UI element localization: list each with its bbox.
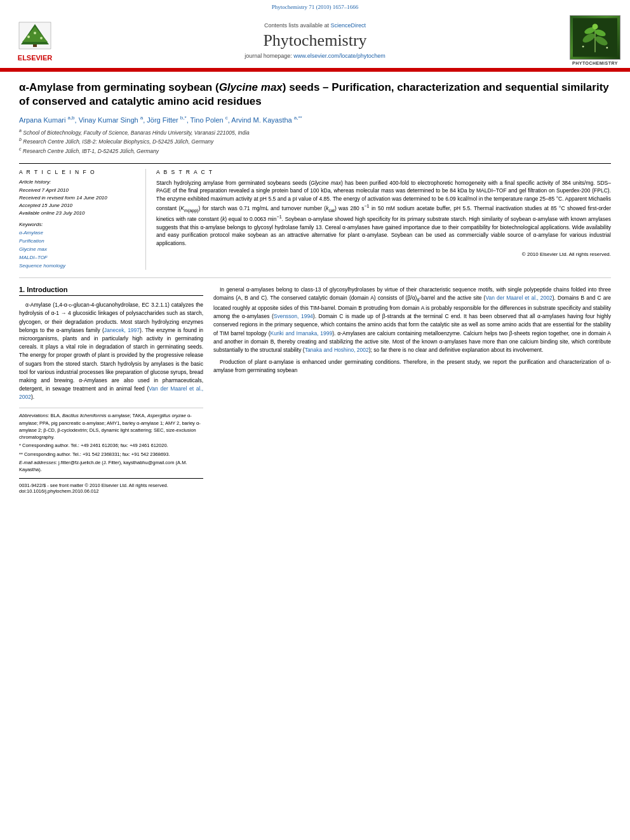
corresponding1-note: * Corresponding author. Tel.: +49 2461 6…: [19, 442, 203, 449]
homepage-url[interactable]: www.elsevier.com/locate/phytochem: [293, 53, 385, 59]
svg-point-15: [607, 47, 608, 49]
svg-point-6: [34, 32, 36, 34]
intro-body-left: α-Amylase (1,4-α-d-glucan-4-glucanohydro…: [19, 301, 203, 401]
copyright-line: © 2010 Elsevier Ltd. All rights reserved…: [156, 251, 611, 257]
elsevier-tree-icon: [16, 19, 54, 54]
journal-citation: Phytochemistry 71 (2010) 1657–1666: [0, 4, 630, 10]
elsevier-logo: ELSEVIER: [6, 19, 64, 62]
right-col: In general α-amylases belong to class-13…: [213, 286, 611, 494]
footnotes: Abbreviations: BLA, Bacillus licheniform…: [19, 408, 203, 473]
article-info-heading: A R T I C L E I N F O: [19, 169, 138, 175]
journal-header: Phytochemistry 71 (2010) 1657–1666: [0, 0, 630, 69]
keywords-list: α-Amylase Purification Glycine max MALDI…: [19, 229, 138, 270]
doi-line: doi:10.1016/j.phytochem.2010.06.012: [19, 488, 203, 494]
contents-available: Contents lists available at ScienceDirec…: [69, 22, 561, 29]
accepted-date: Accepted 15 June 2010: [19, 202, 138, 209]
keyword-2: Purification: [19, 237, 138, 246]
affiliations: a School of Biotechnology, Faculty of Sc…: [19, 128, 611, 156]
corresponding2-note: ** Corresponding author. Tel.: +91 542 2…: [19, 451, 203, 458]
issn-doi: 0031-9422/$ - see front matter © 2010 El…: [19, 478, 203, 494]
authors: Arpana Kumari a,b, Vinay Kumar Singh a, …: [19, 115, 611, 124]
intro-body-right: In general α-amylases belong to class-13…: [213, 286, 611, 375]
left-col: 1. Introduction α-Amylase (1,4-α-d-gluca…: [19, 286, 203, 494]
email-note: E-mail addresses: j.fitter@fz-juelich.de…: [19, 459, 203, 474]
abstract-heading: A B S T R A C T: [156, 169, 611, 175]
article-title: α-Amylase from germinating soybean (Glyc…: [19, 81, 611, 109]
affiliation-b: b Research Centre Jülich, ISB-2: Molecul…: [19, 137, 611, 146]
main-content: α-Amylase from germinating soybean (Glyc…: [0, 72, 630, 503]
keyword-5: Sequence homology: [19, 262, 138, 270]
phytochem-label: PHYTOCHEMISTRY: [572, 61, 618, 65]
affiliation-a: a School of Biotechnology, Faculty of Sc…: [19, 128, 611, 137]
keyword-3: Glycine max: [19, 246, 138, 254]
header-center: Contents lists available at ScienceDirec…: [69, 22, 561, 59]
svg-point-4: [27, 36, 30, 38]
keywords-section: Keywords: α-Amylase Purification Glycine…: [19, 222, 138, 270]
svg-point-5: [40, 37, 43, 39]
received-date: Received 7 April 2010: [19, 187, 138, 194]
sciencedirect-link[interactable]: ScienceDirect: [331, 22, 366, 29]
bottom-two-col: 1. Introduction α-Amylase (1,4-α-d-gluca…: [19, 277, 611, 494]
keywords-title: Keywords:: [19, 222, 138, 227]
history-title: Article history:: [19, 179, 138, 185]
svg-point-14: [582, 46, 584, 48]
keyword-1: α-Amylase: [19, 229, 138, 237]
phytochem-logo-img: [570, 15, 620, 60]
intro-title: 1. Introduction: [19, 286, 203, 296]
abstract-col: A B S T R A C T Starch hydrolyzing amyla…: [156, 169, 611, 270]
journal-homepage: journal homepage: www.elsevier.com/locat…: [69, 53, 561, 59]
abbreviations-note: Abbreviations: BLA, Bacillus licheniform…: [19, 412, 203, 441]
available-date: Available online 23 July 2010: [19, 210, 138, 217]
article-info-abstract: A R T I C L E I N F O Article history: R…: [19, 163, 611, 270]
affiliation-c: c Research Centre Jülich, IBT-1, D-52425…: [19, 146, 611, 156]
article-history: Article history: Received 7 April 2010 R…: [19, 179, 138, 217]
keyword-4: MALDI–TOF: [19, 254, 138, 262]
svg-point-13: [593, 23, 598, 29]
page-wrapper: Phytochemistry 71 (2010) 1657–1666: [0, 0, 630, 503]
received-revised-date: Received in revised form 14 June 2010: [19, 194, 138, 201]
phytochem-logo: PHYTOCHEMISTRY: [566, 15, 624, 65]
abstract-text: Starch hydrolyzing amylase from germinat…: [156, 179, 611, 248]
article-info-col: A R T I C L E I N F O Article history: R…: [19, 169, 146, 270]
elsevier-label: ELSEVIER: [18, 54, 52, 62]
journal-name: Phytochemistry: [69, 31, 561, 50]
phytochem-journal-icon: [573, 16, 617, 59]
header-inner: ELSEVIER Contents lists available at Sci…: [0, 13, 630, 68]
issn-line: 0031-9422/$ - see front matter © 2010 El…: [19, 483, 203, 488]
